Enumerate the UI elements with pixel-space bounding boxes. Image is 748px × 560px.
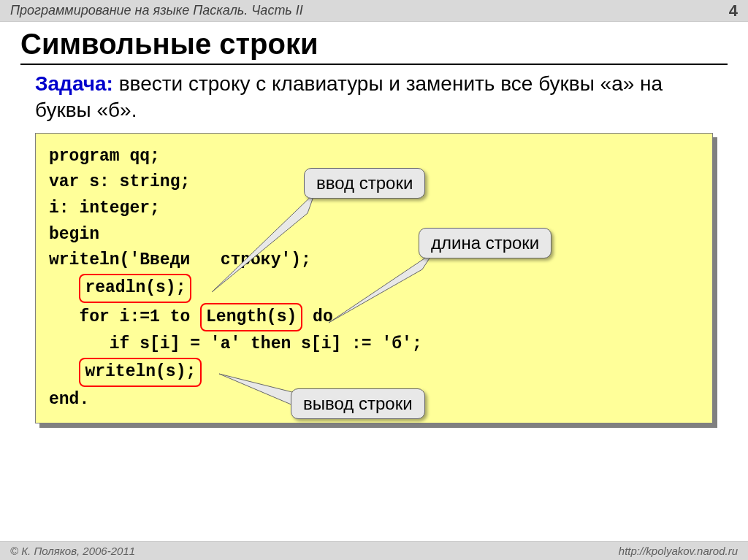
callout-input: ввод строки [304, 168, 425, 199]
code-fragment: writeln('Введи [49, 250, 190, 269]
task-text: ввести строку с клавиатуры и заменить вс… [35, 72, 663, 121]
highlight-writeln: writeln(s); [79, 358, 202, 387]
code-line: program qq; [49, 144, 699, 170]
footer: © К. Поляков, 2006-2011 http://kpolyakov… [0, 541, 748, 560]
slide: Программирование на языке Паскаль. Часть… [0, 0, 748, 560]
svg-marker-0 [212, 193, 315, 292]
page-number: 4 [729, 1, 738, 20]
code-fragment [49, 362, 79, 381]
footer-left: © К. Поляков, 2006-2011 [10, 545, 135, 557]
task-label: Задача: [35, 72, 113, 95]
code-fragment [49, 278, 79, 297]
code-fragment: for i:=1 to [49, 307, 200, 326]
footer-right: http://kpolyakov.narod.ru [619, 545, 738, 557]
callout-length: длина строки [419, 228, 552, 258]
svg-marker-1 [329, 253, 433, 323]
code-line: if s[i] = 'а' then s[i] := 'б'; [49, 331, 699, 358]
doc-title: Программирование на языке Паскаль. Часть… [10, 3, 303, 18]
callout-output: вывод строки [291, 388, 425, 419]
task-block: Задача: ввести строку с клавиатуры и зам… [0, 65, 748, 129]
code-line: i: integer; [49, 196, 699, 222]
code-line: writeln(s); [49, 358, 699, 387]
highlight-length: Length(s) [200, 303, 302, 332]
slide-heading: Символьные строки [0, 22, 748, 64]
top-bar: Программирование на языке Паскаль. Часть… [0, 0, 748, 22]
code-block: program qq; var s: string; i: integer; b… [35, 133, 713, 423]
highlight-readln: readln(s); [79, 274, 191, 303]
callout-tail-icon [209, 184, 318, 294]
